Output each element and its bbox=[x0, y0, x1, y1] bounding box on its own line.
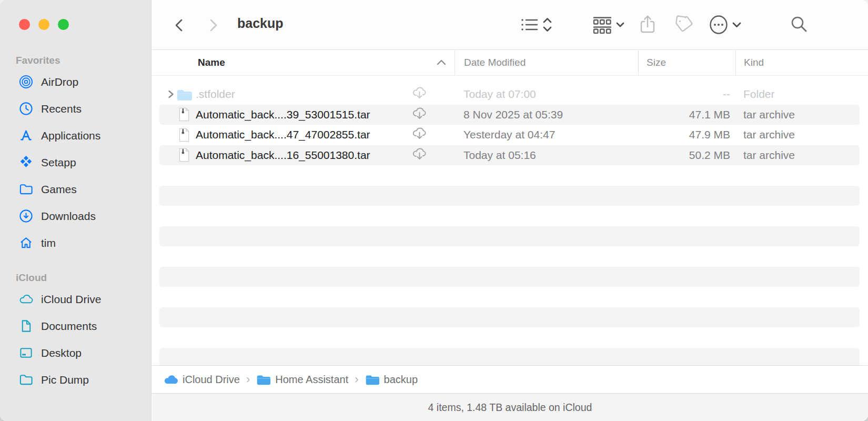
cell-kind: tar archive bbox=[735, 128, 860, 141]
tag-button[interactable] bbox=[673, 13, 694, 37]
sidebar-item-label: Recents bbox=[41, 103, 82, 115]
close-button[interactable] bbox=[19, 19, 30, 30]
path-segment-icloud-drive[interactable]: iCloud Drive bbox=[164, 373, 240, 387]
sidebar-item-label: tim bbox=[41, 237, 56, 249]
window-title: backup bbox=[237, 16, 284, 31]
cell-date-modified: Today at 05:16 bbox=[455, 149, 638, 162]
cell-kind: tar archive bbox=[735, 108, 860, 121]
forward-chevron-icon bbox=[211, 20, 216, 31]
cell-kind: Folder bbox=[735, 88, 860, 101]
cloud-outline-icon bbox=[18, 292, 34, 307]
file-row-automatic-back-39-53001515-tar[interactable]: Automatic_back....39_53001515.tar8 Nov 2… bbox=[159, 105, 860, 125]
sidebar-section-label: Favorites bbox=[0, 53, 151, 68]
column-header-kind[interactable]: Kind bbox=[735, 50, 868, 75]
file-row-automatic-back-16-55001380-tar[interactable]: Automatic_back....16_55001380.tarToday a… bbox=[159, 145, 860, 166]
sidebar-item-downloads[interactable]: Downloads bbox=[0, 203, 151, 229]
column-header-size[interactable]: Size bbox=[638, 50, 735, 75]
more-actions-button[interactable] bbox=[708, 13, 743, 37]
sidebar-item-tim[interactable]: tim bbox=[0, 229, 151, 256]
icloud-download-icon[interactable] bbox=[412, 106, 427, 123]
document-icon bbox=[18, 318, 34, 334]
group-view-button[interactable] bbox=[592, 13, 624, 37]
sidebar-item-desktop[interactable]: Desktop bbox=[0, 339, 151, 366]
minimize-button[interactable] bbox=[38, 19, 49, 30]
icloud-download-icon[interactable] bbox=[412, 127, 427, 143]
cell-date-modified: Today at 07:00 bbox=[455, 88, 638, 101]
sidebar-item-setapp[interactable]: Setapp bbox=[0, 149, 151, 176]
file-name: Automatic_back....16_55001380.tar bbox=[196, 149, 370, 162]
path-bar: iCloud Drive›Home Assistant›backup bbox=[152, 365, 868, 393]
file-row-automatic-back-47-47002855-tar[interactable]: Automatic_back....47_47002855.tarYesterd… bbox=[159, 125, 860, 145]
file-name: Automatic_back....39_53001515.tar bbox=[196, 108, 370, 121]
path-separator: › bbox=[246, 373, 250, 386]
icloud-download-icon[interactable] bbox=[412, 147, 427, 163]
empty-row-stripe bbox=[159, 186, 860, 206]
sidebar-section-favorites: FavoritesAirDropRecentsApplicationsSetap… bbox=[0, 53, 151, 256]
cell-name: Automatic_back....39_53001515.tar bbox=[159, 105, 455, 125]
tag-icon bbox=[673, 14, 694, 35]
empty-row-stripe bbox=[159, 246, 860, 267]
path-segment-label: iCloud Drive bbox=[183, 374, 240, 386]
sidebar-item-applications[interactable]: Applications bbox=[0, 122, 151, 149]
share-button[interactable] bbox=[639, 13, 657, 37]
path-segment-home-assistant[interactable]: Home Assistant bbox=[256, 373, 348, 387]
cell-name: .stfolder bbox=[159, 84, 455, 105]
sidebar-item-label: iCloud Drive bbox=[41, 293, 101, 306]
back-button[interactable] bbox=[169, 15, 190, 36]
home-icon bbox=[18, 235, 34, 251]
search-icon bbox=[790, 15, 809, 34]
column-header-name[interactable]: Name bbox=[152, 50, 455, 75]
folder-outline-icon bbox=[18, 372, 34, 388]
cell-size: -- bbox=[638, 88, 735, 101]
sidebar-item-label: AirDrop bbox=[41, 76, 78, 88]
sidebar-item-recents[interactable]: Recents bbox=[0, 95, 151, 122]
empty-row-stripe bbox=[159, 327, 860, 348]
file-name: .stfolder bbox=[196, 88, 235, 101]
sidebar-section-icloud: iCloudiCloud DriveDocumentsDesktopPic Du… bbox=[0, 270, 151, 393]
content-area: backup bbox=[152, 0, 868, 421]
sidebar-item-label: Games bbox=[41, 183, 77, 196]
empty-row-stripe bbox=[159, 287, 860, 307]
sidebar-item-label: Desktop bbox=[41, 347, 82, 359]
folder-outline-icon bbox=[18, 182, 34, 197]
list-view-sort-button[interactable] bbox=[520, 13, 553, 37]
empty-row-stripe bbox=[159, 226, 860, 247]
cell-date-modified: 8 Nov 2025 at 05:39 bbox=[455, 108, 638, 121]
file-row--stfolder[interactable]: .stfolderToday at 07:00--Folder bbox=[159, 84, 860, 105]
empty-row-stripe bbox=[159, 206, 860, 226]
path-segment-label: backup bbox=[384, 374, 418, 386]
sidebar-item-label: Downloads bbox=[41, 210, 96, 223]
chevron-down-icon bbox=[617, 23, 623, 26]
cell-size: 47.1 MB bbox=[638, 108, 735, 121]
sidebar-item-airdrop[interactable]: AirDrop bbox=[0, 68, 151, 95]
column-header-date-modified[interactable]: Date Modified bbox=[455, 50, 638, 75]
sidebar-item-documents[interactable]: Documents bbox=[0, 313, 151, 339]
finder-window: FavoritesAirDropRecentsApplicationsSetap… bbox=[0, 0, 868, 421]
sidebar-sections: FavoritesAirDropRecentsApplicationsSetap… bbox=[0, 53, 151, 393]
cell-date-modified: Yesterday at 04:47 bbox=[455, 128, 638, 141]
share-icon bbox=[639, 14, 657, 35]
zoom-button[interactable] bbox=[58, 19, 69, 30]
path-segment-backup[interactable]: backup bbox=[365, 373, 418, 387]
sidebar-item-label: Pic Dump bbox=[41, 374, 89, 386]
folder-icon bbox=[176, 86, 192, 102]
group-view-icon bbox=[592, 16, 624, 34]
sort-ascending-icon bbox=[436, 57, 447, 68]
icloud-download-icon[interactable] bbox=[412, 86, 427, 103]
sidebar-item-games[interactable]: Games bbox=[0, 176, 151, 203]
appstore-icon bbox=[18, 128, 34, 144]
column-name-label: Name bbox=[198, 57, 225, 68]
cell-size: 47.9 MB bbox=[638, 128, 735, 141]
sidebar-item-pic-dump[interactable]: Pic Dump bbox=[0, 366, 151, 393]
folder-filled-icon bbox=[365, 373, 379, 387]
sidebar-item-icloud-drive[interactable]: iCloud Drive bbox=[0, 286, 151, 313]
toolbar: backup bbox=[152, 0, 868, 50]
tar-archive-icon bbox=[176, 127, 192, 143]
sidebar-item-label: Documents bbox=[41, 320, 97, 333]
sidebar-item-label: Setapp bbox=[41, 156, 76, 169]
path-separator: › bbox=[355, 373, 358, 386]
empty-row-stripe bbox=[159, 348, 860, 366]
search-button[interactable] bbox=[790, 13, 809, 37]
forward-button[interactable] bbox=[203, 15, 224, 36]
disclosure-chevron-icon[interactable] bbox=[165, 89, 176, 99]
